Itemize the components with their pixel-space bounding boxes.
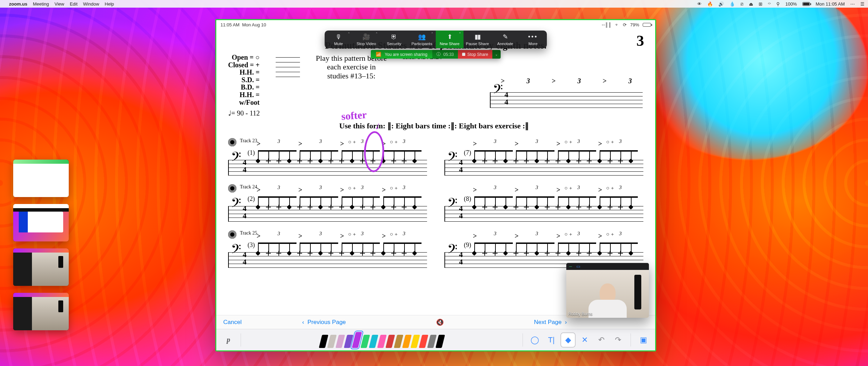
pen-color-swatch[interactable] bbox=[327, 335, 336, 348]
pen-color-swatch[interactable] bbox=[352, 332, 362, 348]
zoom-new-share-button[interactable]: ⬆New Share⌃ bbox=[436, 31, 464, 48]
stop-icon bbox=[462, 53, 465, 56]
battery-icon bbox=[643, 23, 651, 27]
bluetooth-icon[interactable]: ⌔ bbox=[768, 1, 771, 7]
menu-extra-icon[interactable]: 💧 bbox=[729, 1, 735, 7]
menu-extra-icon[interactable]: 👁 bbox=[697, 1, 702, 7]
pen-color-swatch[interactable] bbox=[369, 335, 378, 348]
pen-color-swatch[interactable] bbox=[419, 335, 428, 348]
cd-icon bbox=[228, 184, 236, 193]
menu-extra-icon[interactable]: 🔥 bbox=[707, 1, 713, 7]
window-thumbnail[interactable] bbox=[13, 248, 69, 286]
ipad-battery-text: 79% bbox=[630, 22, 639, 27]
zoom-security-button[interactable]: ⛨Security bbox=[380, 31, 408, 48]
more-icon: ••• bbox=[529, 33, 537, 40]
window-thumbnails bbox=[13, 160, 69, 330]
zoom-pause-share-button[interactable]: ▮▮Pause Share bbox=[464, 31, 491, 48]
redo-button[interactable]: ↷ bbox=[611, 333, 625, 347]
ipad-time: 11:05 AM bbox=[220, 22, 240, 27]
participant-name: Robby Burns bbox=[568, 312, 592, 316]
mac-menu-window[interactable]: Window bbox=[83, 1, 99, 7]
layers-button[interactable]: ▣ bbox=[636, 333, 650, 347]
track-header: Track 25 bbox=[228, 230, 643, 239]
pen-color-swatch[interactable] bbox=[394, 335, 403, 348]
pen-color-swatch[interactable] bbox=[402, 335, 411, 348]
pen-color-swatch[interactable] bbox=[435, 335, 445, 348]
signal-icon: 📶 bbox=[376, 52, 381, 57]
mac-menu-view[interactable]: View bbox=[55, 1, 64, 7]
ipad-date: Mon Aug 10 bbox=[242, 22, 266, 27]
pen-color-swatches bbox=[246, 332, 518, 348]
cancel-button[interactable]: Cancel bbox=[223, 319, 242, 326]
shared-screen-window: 11:05 AM Mon Aug 10 ◦◦║║ ᯤ ⟳ 79% 🎙Mute⌃ … bbox=[215, 19, 656, 351]
metronome-mute-icon[interactable]: 🔇 bbox=[436, 318, 444, 326]
pen-color-swatch[interactable] bbox=[410, 335, 420, 348]
stop-share-dropdown[interactable]: ⌄ bbox=[492, 50, 501, 59]
zoom-more-button[interactable]: •••More bbox=[519, 31, 547, 48]
pen-color-swatch[interactable] bbox=[335, 335, 345, 348]
menu-extra-icon[interactable]: ⊞ bbox=[759, 1, 762, 7]
pen-color-swatch[interactable] bbox=[319, 335, 328, 348]
stave-labels: H.H. S.D. B.D. bbox=[403, 54, 442, 106]
undo-button[interactable]: ↶ bbox=[594, 333, 608, 347]
handwritten-annotation: softer ↓ bbox=[341, 109, 367, 122]
lasso-tool-button[interactable]: ◯ bbox=[528, 333, 542, 347]
mac-menubar: zoom.us Meeting View Edit Window Help 👁 … bbox=[0, 0, 868, 8]
people-icon: 👥 bbox=[418, 33, 426, 40]
volume-icon[interactable]: 🔊 bbox=[718, 1, 724, 7]
track-label: Track 25 bbox=[240, 230, 257, 236]
window-thumbnail[interactable] bbox=[13, 160, 69, 197]
pen-color-swatch[interactable] bbox=[344, 335, 353, 348]
zoom-annotate-button[interactable]: ✎Annotate bbox=[491, 31, 519, 48]
participant-video-panel[interactable]: ─▭ Robby Burns bbox=[566, 263, 649, 318]
pattern-instruction: Play this pattern before each exercise i… bbox=[316, 54, 387, 106]
window-thumbnail[interactable] bbox=[13, 204, 69, 241]
window-thumbnail[interactable] bbox=[13, 293, 69, 330]
zoom-stop-video-button[interactable]: 🎥Stop Video⌃ bbox=[352, 31, 380, 48]
video-icon: 🎥 bbox=[362, 33, 370, 40]
pen-color-swatch[interactable] bbox=[377, 335, 386, 348]
video-indicator-icon: ▭ bbox=[576, 264, 580, 269]
menu-extra-icon[interactable]: ⏏︎ bbox=[749, 1, 753, 7]
menu-extra-icon[interactable]: ⎚ bbox=[741, 1, 743, 7]
zoom-stop-share-button[interactable]: Stop Share bbox=[458, 50, 492, 59]
pen-color-swatch[interactable] bbox=[385, 335, 395, 348]
cd-icon bbox=[228, 138, 236, 146]
cd-icon bbox=[228, 230, 236, 239]
zoom-participants-button[interactable]: 👥Participants⌃ bbox=[408, 31, 436, 48]
battery-text: 100% bbox=[785, 1, 797, 7]
legend-staff bbox=[276, 54, 300, 85]
mac-clock[interactable]: Mon 11:05 AM bbox=[816, 1, 845, 7]
text-tool-button[interactable]: T| bbox=[544, 333, 558, 347]
next-page-button[interactable]: Next Page › bbox=[534, 319, 567, 326]
wifi-icon[interactable]: ⚲ bbox=[776, 1, 780, 7]
pause-icon: ▮▮ bbox=[474, 33, 481, 40]
pen-color-swatch[interactable] bbox=[360, 335, 370, 348]
mac-menu-meeting[interactable]: Meeting bbox=[33, 1, 49, 7]
notification-center-icon[interactable]: ☰ bbox=[860, 1, 865, 7]
mac-menu-edit[interactable]: Edit bbox=[70, 1, 77, 7]
track-label: Track 23 bbox=[240, 138, 257, 144]
dynamic-marking-button[interactable]: p bbox=[221, 332, 236, 348]
ipad-status-bar: 11:05 AM Mon Aug 10 ◦◦║║ ᯤ ⟳ 79% bbox=[216, 20, 655, 29]
clear-tool-button[interactable]: ✕ bbox=[578, 333, 592, 347]
pen-color-swatch[interactable] bbox=[427, 335, 436, 348]
zoom-mute-button[interactable]: 🎙Mute⌃ bbox=[325, 31, 352, 48]
previous-page-button[interactable]: ‹ Previous Page bbox=[302, 319, 346, 326]
sharing-message: You are screen sharing bbox=[385, 52, 427, 57]
cell-signal-icon: ◦◦║║ bbox=[602, 22, 611, 27]
eraser-tool-button[interactable]: ◆ bbox=[561, 333, 575, 347]
orientation-lock-icon: ⟳ bbox=[623, 22, 627, 27]
shield-icon: ⛨ bbox=[390, 33, 398, 40]
info-icon: ⓘ bbox=[436, 51, 441, 57]
mac-app-name[interactable]: zoom.us bbox=[9, 1, 27, 7]
battery-icon[interactable] bbox=[802, 2, 810, 6]
spotlight-icon[interactable]: ⋯ bbox=[850, 1, 855, 7]
mac-menu-help[interactable]: Help bbox=[105, 1, 114, 7]
annotation-text: softer bbox=[341, 109, 367, 122]
form-instruction: Use this form: ‖: Eight bars time :‖: Ei… bbox=[339, 121, 643, 130]
zoom-meeting-timer[interactable]: ⓘ05:33 bbox=[432, 50, 458, 59]
track-label: Track 24 bbox=[240, 184, 257, 190]
audio-indicator-icon: ─ bbox=[569, 264, 572, 269]
microphone-prop bbox=[634, 275, 641, 309]
